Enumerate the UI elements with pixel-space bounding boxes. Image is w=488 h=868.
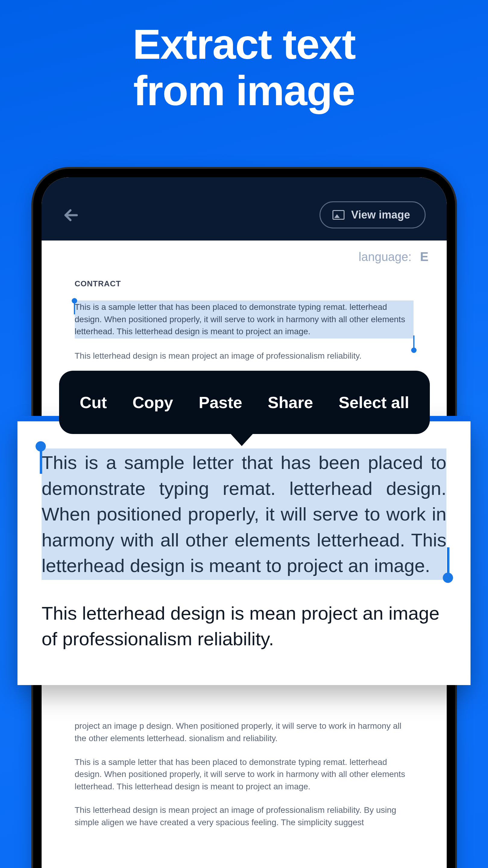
- hero-line-2: from image: [0, 67, 488, 114]
- overlay-selected-wrap[interactable]: This is a sample letter that has been pl…: [41, 448, 447, 580]
- view-image-button[interactable]: View image: [319, 201, 425, 228]
- overlay-card-wrap: This is a sample letter that has been pl…: [18, 416, 470, 685]
- menu-select-all[interactable]: Select all: [338, 393, 409, 412]
- overlay-selection-handle-end-icon[interactable]: [443, 572, 453, 583]
- mini-selected-text-wrap[interactable]: This is a sample letter that has been pl…: [75, 301, 414, 338]
- back-button[interactable]: [63, 207, 80, 225]
- menu-share[interactable]: Share: [268, 393, 313, 412]
- document-paragraph-back-c: This letterhead design is mean project a…: [75, 804, 414, 829]
- language-code: E: [420, 250, 428, 264]
- menu-copy[interactable]: Copy: [132, 393, 173, 412]
- hero-line-1: Extract text: [0, 21, 488, 67]
- app-header: View image: [41, 177, 447, 241]
- overlay-selection-handle-start-icon[interactable]: [36, 441, 46, 452]
- overlay-selected-text[interactable]: This is a sample letter that has been pl…: [41, 448, 447, 580]
- selection-handle-end-icon[interactable]: [411, 347, 417, 353]
- menu-cut[interactable]: Cut: [80, 393, 107, 412]
- phone-notch: [187, 169, 301, 177]
- document-paragraph-2: This letterhead design is mean project a…: [75, 350, 414, 362]
- language-row[interactable]: language: E: [41, 250, 447, 264]
- language-label: language:: [359, 250, 412, 264]
- document-paragraph-back-a: project an image p design. When position…: [75, 720, 414, 744]
- menu-paste[interactable]: Paste: [199, 393, 242, 412]
- image-icon: [333, 210, 344, 220]
- overlay-card: This is a sample letter that has been pl…: [18, 421, 470, 685]
- mini-selected-text[interactable]: This is a sample letter that has been pl…: [75, 301, 414, 338]
- hero-title: Extract text from image: [0, 21, 488, 114]
- overlay-paragraph-2: This letterhead design is mean project a…: [41, 600, 447, 652]
- text-context-menu: Cut Copy Paste Share Select all: [59, 371, 430, 434]
- selection-handle-start-icon[interactable]: [72, 298, 77, 304]
- arrow-left-icon: [63, 207, 80, 224]
- document-paragraph-back-b: This is a sample letter that has been pl…: [75, 756, 414, 793]
- view-image-label: View image: [351, 209, 410, 221]
- document-heading: CONTRACT: [75, 279, 414, 288]
